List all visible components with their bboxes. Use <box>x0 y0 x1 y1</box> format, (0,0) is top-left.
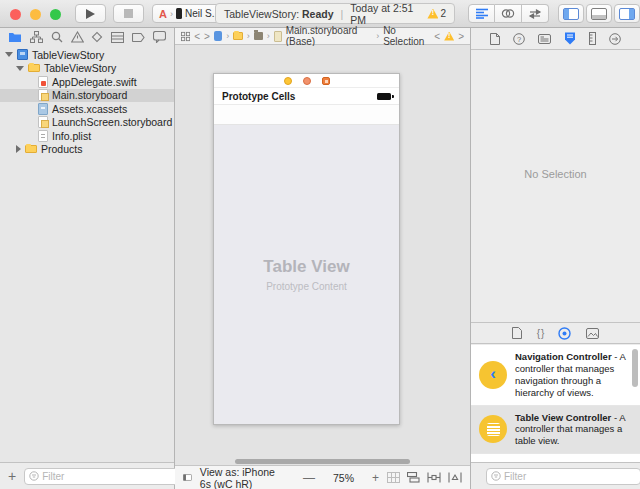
editor-area: < > › › › Main.storyboard (Base) › No Se… <box>175 28 470 489</box>
disclosure-triangle-icon[interactable] <box>16 66 24 71</box>
navigator-filter-bar: + <box>0 462 174 489</box>
first-responder-icon[interactable] <box>303 77 311 85</box>
object-library-tab[interactable] <box>558 327 571 340</box>
base-folder-crumb-icon[interactable] <box>254 32 263 40</box>
folder-crumb-icon[interactable] <box>233 32 242 40</box>
symbol-navigator-tab[interactable] <box>30 31 43 43</box>
folder-icon <box>25 145 37 153</box>
next-issue-button[interactable]: > <box>458 31 464 42</box>
media-library-tab[interactable] <box>586 328 599 339</box>
test-navigator-tab[interactable] <box>91 31 103 43</box>
table-view[interactable]: Table View Prototype Content <box>214 125 399 424</box>
version-editor-button[interactable] <box>522 4 549 23</box>
prototype-cells-header[interactable]: Prototype Cells <box>214 88 399 105</box>
breakpoint-navigator-tab[interactable] <box>132 32 145 43</box>
related-items-icon[interactable] <box>181 31 190 42</box>
tree-label: TableViewStory <box>32 49 104 61</box>
disclosure-triangle-icon[interactable] <box>5 52 13 57</box>
issue-navigator-tab[interactable] <box>71 31 84 43</box>
warning-icon <box>427 9 438 19</box>
previous-issue-button[interactable]: < <box>434 31 440 42</box>
close-window-button[interactable] <box>10 9 21 20</box>
add-constraints-pin-icon[interactable] <box>427 472 441 483</box>
tree-row-group[interactable]: TableViewStory <box>0 62 174 76</box>
library-item-collection-view-controller[interactable]: Collection View Controller - A controlle… <box>471 454 640 462</box>
storyboard-canvas[interactable]: Prototype Cells Table View Prototype Con… <box>175 46 470 466</box>
zoom-in-button[interactable]: + <box>372 471 379 485</box>
activity-viewer[interactable]: TableViewStory: Ready | Today at 2:51 PM… <box>215 3 455 24</box>
assistant-editor-button[interactable] <box>495 4 522 23</box>
tree-row-launchscreen[interactable]: LaunchScreen.storyboard <box>0 116 174 130</box>
view-controller-icon[interactable] <box>284 77 292 85</box>
assistant-editor-icon <box>501 8 515 19</box>
file-template-icon <box>512 327 522 339</box>
tree-row-assets[interactable]: Assets.xcassets <box>0 102 174 116</box>
identity-card-icon <box>538 34 551 44</box>
issue-badge[interactable]: 2 <box>427 8 446 19</box>
storyboard-crumb-icon[interactable] <box>274 31 282 42</box>
standard-editor-button[interactable] <box>468 4 495 23</box>
object-library-icon <box>558 327 571 340</box>
size-inspector-tab[interactable] <box>589 32 596 45</box>
find-navigator-tab[interactable] <box>51 31 63 43</box>
media-library-icon <box>586 328 599 339</box>
chevron-right-icon: › <box>170 9 173 19</box>
jumpbar-selection[interactable]: No Selection <box>383 25 430 47</box>
tree-row-main-storyboard[interactable]: Main.storyboard <box>0 89 174 103</box>
toggle-inspector-button[interactable] <box>614 4 640 23</box>
embed-in-stack-icon[interactable] <box>407 472 420 483</box>
library-item-table-view-controller[interactable]: Table View Controller - A controller tha… <box>471 406 640 455</box>
resolve-autolayout-icon[interactable] <box>448 472 462 483</box>
connections-inspector-tab[interactable] <box>609 33 621 45</box>
library-bottom-bar <box>471 462 640 489</box>
attributes-shield-icon <box>564 32 576 45</box>
tree-row-project[interactable]: TableViewStory <box>0 48 174 62</box>
library-filter-field[interactable] <box>486 468 640 485</box>
update-frames-icon[interactable] <box>387 472 400 483</box>
jumpbar-file[interactable]: Main.storyboard (Base) <box>286 25 373 47</box>
disclosure-triangle-icon[interactable] <box>16 145 21 153</box>
tree-row-products[interactable]: Products <box>0 143 174 157</box>
quick-help-inspector-tab[interactable]: ? <box>513 33 525 45</box>
go-forward-button[interactable]: > <box>204 31 210 42</box>
code-snippet-library-tab[interactable]: { } <box>537 328 543 339</box>
search-icon <box>51 31 63 43</box>
attributes-inspector-tab[interactable] <box>564 32 576 45</box>
add-file-button[interactable]: + <box>8 469 16 483</box>
zoom-out-button[interactable]: — <box>303 471 315 485</box>
exit-segue-icon[interactable] <box>322 77 330 85</box>
document-outline-toggle[interactable] <box>183 472 192 483</box>
project-folder-icon <box>8 31 22 43</box>
horizontal-scrollbar[interactable] <box>235 459 410 464</box>
identity-inspector-tab[interactable] <box>538 34 551 44</box>
project-navigator-tab[interactable] <box>8 31 22 43</box>
library-scrollbar[interactable] <box>632 349 638 387</box>
debug-navigator-tab[interactable] <box>111 32 124 43</box>
tree-row-infoplist[interactable]: Info.plist <box>0 129 174 143</box>
toolbar: A › Neil S...iPhone TableViewStory: Read… <box>0 0 640 28</box>
prototype-cell[interactable] <box>214 105 399 125</box>
navigator-filter-input[interactable] <box>42 471 174 482</box>
go-back-button[interactable]: < <box>194 31 200 42</box>
run-button[interactable] <box>75 4 106 23</box>
zoom-window-button[interactable] <box>50 9 61 20</box>
zoom-level[interactable]: 75% <box>333 472 354 484</box>
svg-text:?: ? <box>517 34 521 43</box>
file-inspector-tab[interactable] <box>490 33 500 45</box>
toggle-debug-area-button[interactable] <box>586 4 612 23</box>
report-navigator-tab[interactable] <box>153 31 166 43</box>
library-filter-input[interactable] <box>504 471 636 482</box>
minimize-window-button[interactable] <box>30 9 41 20</box>
library-item-navigation-controller[interactable]: ‹ Navigation Controller - A controller t… <box>471 345 640 406</box>
view-as-label[interactable]: View as: iPhone 6s (wC hR) <box>200 466 277 489</box>
project-crumb-icon[interactable] <box>214 31 222 41</box>
toggle-navigator-button[interactable] <box>558 4 584 23</box>
file-icon <box>490 33 500 45</box>
stop-button[interactable] <box>113 4 144 23</box>
tree-row-appdelegate[interactable]: AppDelegate.swift <box>0 75 174 89</box>
filter-icon <box>29 471 39 481</box>
table-view-controller-scene[interactable]: Prototype Cells Table View Prototype Con… <box>213 73 400 425</box>
library-tab-bar: { } <box>471 322 640 344</box>
warning-icon[interactable] <box>444 32 454 41</box>
file-template-library-tab[interactable] <box>512 327 522 339</box>
